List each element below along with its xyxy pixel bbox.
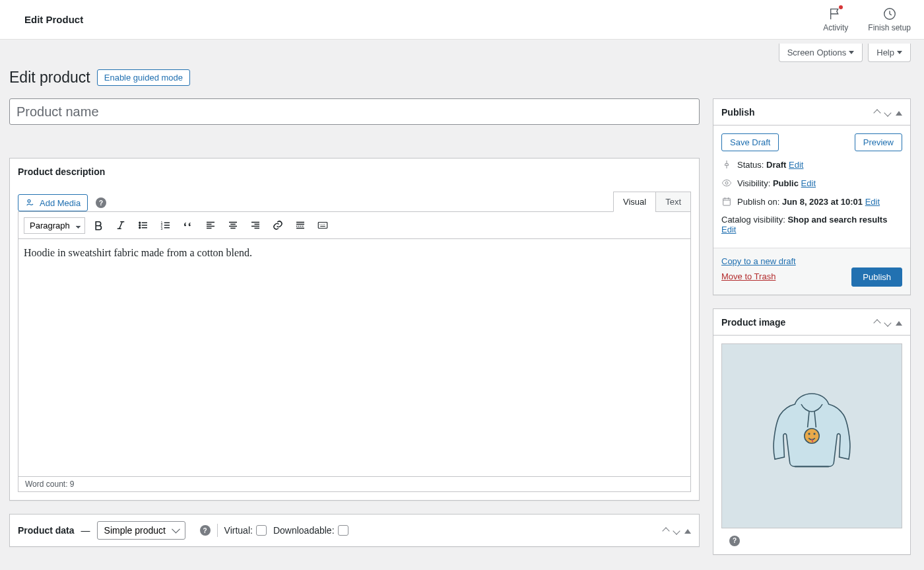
numbered-list-button[interactable]: 123: [156, 216, 175, 234]
panel-move-up[interactable]: [663, 525, 669, 536]
top-bar: Edit Product Activity Finish setup: [0, 0, 924, 40]
panel-move-up[interactable]: [874, 107, 880, 118]
top-actions: Activity Finish setup: [823, 7, 911, 32]
top-bar-title: Edit Product: [13, 14, 83, 25]
read-more-button[interactable]: [291, 216, 310, 234]
visibility-edit-link[interactable]: Edit: [801, 178, 816, 188]
chevron-down-icon: [884, 109, 891, 116]
chevron-up-icon: [662, 527, 669, 534]
panel-toggle[interactable]: [896, 107, 902, 118]
svg-point-45: [808, 433, 810, 435]
bullet-list-icon: [137, 219, 149, 231]
publish-panel: Publish Save Draft Preview Status: Draf: [713, 98, 911, 295]
link-icon: [272, 219, 284, 231]
help-icon[interactable]: ?: [200, 525, 211, 536]
move-to-trash-link[interactable]: Move to Trash: [721, 271, 796, 281]
eye-icon: [721, 178, 732, 188]
format-select[interactable]: Paragraph: [24, 217, 85, 234]
product-description-panel: Product description Add Media ? Visual T…: [9, 158, 700, 501]
svg-point-6: [139, 225, 141, 226]
link-button[interactable]: [269, 216, 287, 234]
product-image-thumbnail[interactable]: [721, 343, 902, 528]
align-center-button[interactable]: [224, 216, 242, 234]
numbered-list-icon: 123: [160, 219, 172, 231]
quote-icon: [182, 219, 194, 231]
product-description-title: Product description: [18, 166, 105, 177]
product-image-panel: Product image: [713, 308, 911, 555]
add-media-button[interactable]: Add Media: [18, 194, 88, 211]
help-icon[interactable]: ?: [729, 536, 740, 546]
align-left-icon: [205, 219, 216, 231]
svg-rect-40: [723, 198, 731, 205]
panel-move-down[interactable]: [674, 525, 679, 536]
product-name-input[interactable]: [9, 98, 700, 125]
page-header: Edit product Enable guided mode: [9, 69, 911, 87]
svg-rect-33: [318, 223, 327, 229]
publish-button[interactable]: Publish: [851, 267, 902, 287]
caret-down-icon: [897, 51, 902, 54]
main-content: Screen Options Help Edit product Enable …: [0, 40, 924, 570]
svg-point-5: [139, 222, 141, 223]
caret-down-icon: [849, 51, 854, 54]
virtual-checkbox[interactable]: [256, 525, 267, 536]
italic-button[interactable]: [112, 216, 130, 234]
panel-move-down[interactable]: [885, 317, 890, 328]
publish-panel-title: Publish: [721, 107, 755, 118]
panel-move-down[interactable]: [885, 107, 890, 118]
help-button[interactable]: Help: [868, 44, 911, 62]
virtual-label: Virtual:: [224, 525, 267, 536]
svg-point-1: [28, 199, 30, 202]
chevron-down-icon: [884, 319, 891, 326]
editor-toolbar: Paragraph 123: [18, 211, 691, 239]
chevron-down-icon: [673, 527, 680, 534]
read-more-icon: [294, 219, 306, 231]
copy-to-draft-link[interactable]: Copy to a new draft: [721, 256, 796, 266]
page-title: Edit product: [9, 69, 90, 87]
align-right-button[interactable]: [246, 216, 265, 234]
word-count-value: 9: [70, 480, 75, 489]
keyboard-icon: [317, 219, 329, 231]
svg-text:3: 3: [161, 227, 163, 231]
bold-button[interactable]: [89, 216, 108, 234]
align-right-icon: [249, 219, 261, 231]
product-image-title: Product image: [721, 317, 785, 328]
clock-icon: [882, 7, 897, 21]
product-data-label: Product data: [18, 525, 75, 536]
bold-icon: [92, 219, 104, 231]
align-left-button[interactable]: [201, 216, 220, 234]
chevron-up-icon: [873, 109, 880, 116]
activity-button[interactable]: Activity: [823, 7, 848, 32]
finish-setup-button[interactable]: Finish setup: [868, 7, 911, 32]
svg-point-46: [813, 433, 815, 435]
bullet-list-button[interactable]: [134, 216, 152, 234]
blockquote-button[interactable]: [179, 216, 197, 234]
publish-date-edit-link[interactable]: Edit: [865, 197, 880, 207]
triangle-up-icon: [896, 111, 902, 116]
triangle-up-icon: [896, 321, 902, 326]
screen-options-button[interactable]: Screen Options: [779, 44, 863, 62]
toolbar-toggle-button[interactable]: [314, 216, 332, 234]
panel-move-up[interactable]: [874, 317, 880, 328]
enable-guided-mode-button[interactable]: Enable guided mode: [97, 69, 190, 86]
panel-toggle[interactable]: [684, 525, 691, 536]
word-count-label: Word count:: [25, 480, 70, 489]
preview-button[interactable]: Preview: [855, 133, 902, 151]
save-draft-button[interactable]: Save Draft: [721, 133, 779, 151]
tab-text[interactable]: Text: [655, 192, 691, 212]
panel-toggle[interactable]: [896, 317, 902, 328]
downloadable-checkbox[interactable]: [338, 525, 348, 536]
downloadable-label: Downloadable:: [273, 525, 348, 536]
tab-visual[interactable]: Visual: [613, 192, 655, 212]
pin-icon: [721, 159, 732, 170]
align-center-icon: [227, 219, 239, 231]
product-type-select[interactable]: Simple product: [97, 521, 185, 540]
status-edit-link[interactable]: Edit: [789, 160, 803, 170]
catalog-edit-link[interactable]: Edit: [721, 225, 736, 234]
editor-content[interactable]: Hoodie in sweatshirt fabric made from a …: [18, 239, 691, 477]
svg-point-39: [725, 182, 728, 184]
product-description-header: Product description: [10, 159, 699, 185]
help-icon[interactable]: ?: [96, 197, 106, 208]
svg-point-7: [139, 227, 141, 229]
screen-meta-links: Screen Options Help: [9, 40, 911, 62]
chevron-up-icon: [873, 319, 880, 326]
